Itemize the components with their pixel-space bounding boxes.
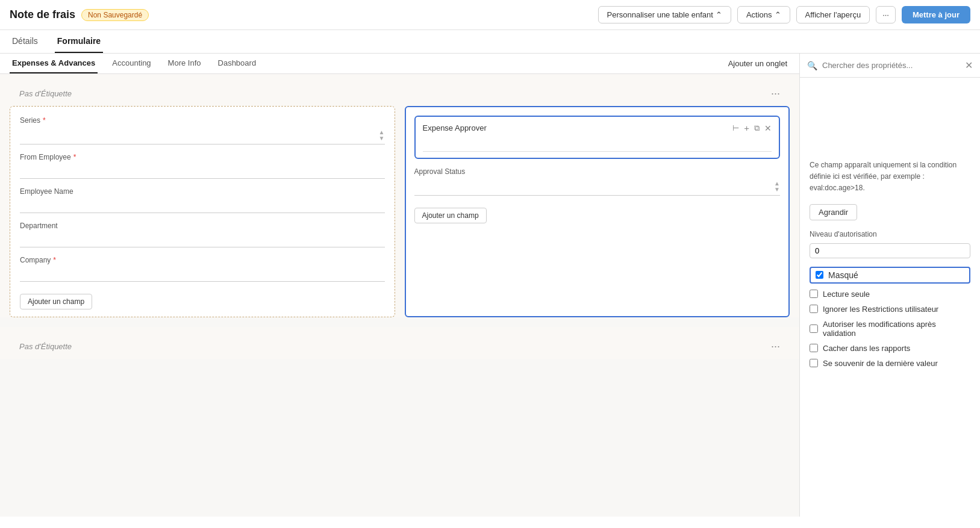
sidebar-description: Ce champ apparaît uniquement si la condi…	[810, 160, 970, 194]
chevron-icon: ⌃	[775, 10, 781, 19]
update-button[interactable]: Mettre à jour	[902, 6, 970, 23]
cacher-rapports-label: Cacher dans les rapports	[823, 344, 910, 353]
add-field-left-button[interactable]: Ajouter un champ	[20, 294, 92, 309]
fields-grid: Series * ▲▼ From Employee	[10, 106, 790, 317]
lecture-seule-checkbox[interactable]	[810, 290, 818, 298]
sidebar-content: Ce champ apparaît uniquement si la condi…	[800, 78, 980, 517]
tab-more-info[interactable]: More Info	[166, 54, 204, 73]
inner-tabs-bar: Expenses & Advances Accounting More Info…	[0, 54, 799, 74]
autoriser-modifications-checkbox[interactable]	[810, 325, 818, 333]
souvenir-valeur-checkbox[interactable]	[810, 359, 818, 367]
company-required: *	[53, 256, 56, 264]
tab-expenses-advances[interactable]: Expenses & Advances	[10, 54, 98, 73]
approval-status-input[interactable]	[414, 182, 775, 191]
series-label: Series	[20, 116, 40, 125]
approval-status-spinner[interactable]: ▲▼	[774, 181, 780, 193]
left-field-section: Series * ▲▼ From Employee	[10, 106, 395, 317]
approval-status-label: Approval Status	[414, 167, 466, 176]
souvenir-valeur-row: Se souvenir de la dernière valeur	[810, 359, 970, 368]
chevron-icon: ⌃	[716, 10, 722, 19]
autoriser-modifications-label: Autoriser les modifications après valida…	[823, 320, 970, 338]
employee-name-field: Employee Name	[20, 187, 385, 213]
tab-formulaire[interactable]: Formulaire	[55, 30, 103, 53]
masque-label: Masqué	[828, 270, 858, 280]
unsaved-badge: Non Sauvegardé	[81, 9, 149, 21]
tab-accounting[interactable]: Accounting	[110, 54, 153, 73]
masque-checkbox-row[interactable]: Masqué	[810, 267, 970, 284]
actions-button[interactable]: Actions ⌃	[737, 6, 790, 23]
add-icon[interactable]: +	[744, 123, 749, 133]
from-employee-label: From Employee	[20, 153, 71, 161]
department-input[interactable]	[20, 235, 385, 244]
tab-dashboard[interactable]: Dashboard	[216, 54, 259, 73]
section1: Pas d'Étiquette ··· Series *	[0, 74, 799, 317]
agrandir-button[interactable]: Agrandir	[810, 204, 857, 220]
lecture-seule-label: Lecture seule	[823, 290, 870, 299]
section1-menu-button[interactable]: ···	[771, 87, 780, 100]
expense-approver-header: Expense Approver ⊢ + ⧉ ✕	[423, 123, 772, 133]
sidebar-search-bar: 🔍 ✕	[800, 54, 980, 78]
section2-header: Pas d'Étiquette ···	[10, 334, 790, 359]
expense-approver-input[interactable]	[423, 140, 772, 149]
more-options-button[interactable]: ···	[876, 6, 896, 23]
cacher-rapports-checkbox[interactable]	[810, 344, 818, 352]
from-employee-field: From Employee *	[20, 153, 385, 179]
department-field: Department	[20, 222, 385, 247]
from-employee-input[interactable]	[20, 167, 385, 176]
ignorer-restrictions-row: Ignorer les Restrictions utilisateur	[810, 305, 970, 314]
expense-approver-actions: ⊢ + ⧉ ✕	[732, 123, 772, 133]
right-field-section: Expense Approver ⊢ + ⧉ ✕	[405, 106, 790, 317]
series-required: *	[43, 116, 46, 125]
section1-label: Pas d'Étiquette	[19, 89, 72, 98]
cacher-rapports-row: Cacher dans les rapports	[810, 344, 970, 353]
ignorer-restrictions-label: Ignorer les Restrictions utilisateur	[823, 305, 938, 314]
company-input[interactable]	[20, 270, 385, 279]
company-label: Company	[20, 256, 51, 264]
expense-approver-field[interactable]: Expense Approver ⊢ + ⧉ ✕	[414, 116, 781, 159]
section2-menu-button[interactable]: ···	[771, 340, 780, 353]
series-spinner[interactable]: ▲▼	[379, 129, 385, 141]
copy-icon[interactable]: ⧉	[754, 123, 760, 133]
section2: Pas d'Étiquette ···	[0, 327, 799, 359]
section2-label: Pas d'Étiquette	[19, 342, 72, 351]
main-layout: Expenses & Advances Accounting More Info…	[0, 54, 980, 517]
employee-name-input[interactable]	[20, 201, 385, 210]
section1-header: Pas d'Étiquette ···	[10, 81, 790, 106]
employee-name-label: Employee Name	[20, 187, 73, 196]
company-field: Company *	[20, 256, 385, 282]
search-icon: 🔍	[807, 61, 817, 70]
autoriser-modifications-row: Autoriser les modifications après valida…	[810, 320, 970, 338]
personalize-button[interactable]: Personnaliser une table enfant ⌃	[598, 6, 731, 23]
series-input[interactable]	[20, 131, 379, 140]
department-label: Department	[20, 222, 58, 230]
close-icon[interactable]: ✕	[764, 123, 772, 133]
sidebar-spacer	[810, 87, 970, 160]
expense-approver-label: Expense Approver	[423, 123, 487, 132]
from-employee-required: *	[73, 153, 76, 161]
lecture-seule-row: Lecture seule	[810, 290, 970, 299]
apercu-button[interactable]: Afficher l'aperçu	[796, 6, 870, 23]
form-content: Pas d'Étiquette ··· Series *	[0, 74, 799, 359]
form-area: Expenses & Advances Accounting More Info…	[0, 54, 799, 517]
page-header: Note de frais Non Sauvegardé Personnalis…	[0, 0, 980, 30]
outer-tabs: Détails Formulaire	[0, 30, 980, 54]
search-input[interactable]	[822, 61, 960, 70]
filter-icon[interactable]: ⊢	[732, 123, 739, 132]
masque-checkbox[interactable]	[816, 271, 823, 279]
sidebar-close-button[interactable]: ✕	[965, 60, 973, 71]
series-field: Series * ▲▼	[20, 116, 385, 144]
add-field-right-button[interactable]: Ajouter un champ	[414, 208, 487, 223]
souvenir-valeur-label: Se souvenir de la dernière valeur	[823, 359, 938, 368]
ignorer-restrictions-checkbox[interactable]	[810, 305, 818, 313]
tab-details[interactable]: Détails	[10, 30, 40, 53]
properties-sidebar: 🔍 ✕ Ce champ apparaît uniquement si la c…	[799, 54, 980, 517]
add-tab-button[interactable]: Ajouter un onglet	[726, 54, 790, 73]
approval-status-field: Approval Status ▲▼	[414, 167, 781, 196]
page-title: Note de frais	[10, 8, 75, 21]
niveau-input[interactable]	[810, 243, 970, 258]
niveau-label: Niveau d'autorisation	[810, 230, 970, 238]
